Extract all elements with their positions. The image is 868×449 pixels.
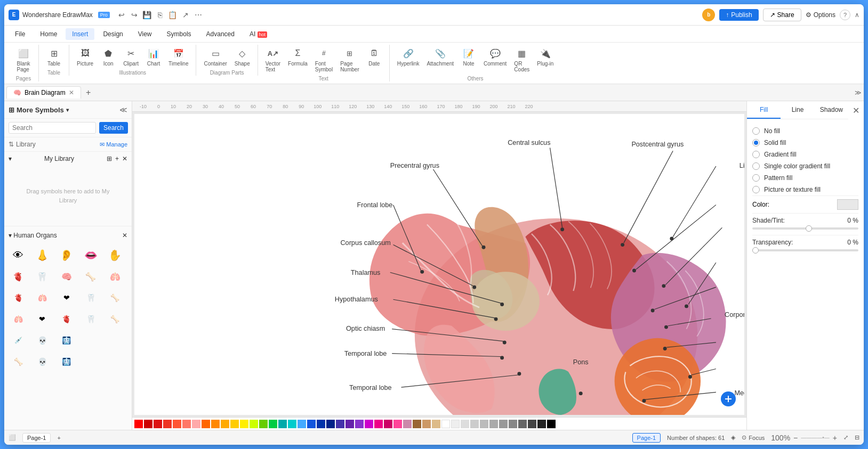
menu-design[interactable]: Design (97, 28, 129, 40)
page-tab-1[interactable]: Page-1 (22, 433, 51, 443)
color-swatch-darkblue[interactable] (317, 420, 325, 428)
color-swatch-lime[interactable] (250, 420, 258, 428)
symbol-organ3[interactable]: ❤ (57, 288, 76, 307)
symbol-body2[interactable]: 🦷 (33, 267, 52, 286)
zoom-in-button[interactable]: + (833, 434, 837, 442)
color-swatch-crimson[interactable] (154, 420, 162, 428)
color-swatch-teal[interactable] (278, 420, 287, 428)
fill-option-gradient[interactable]: Gradient fill (752, 149, 858, 160)
color-swatch-darkorange[interactable] (211, 420, 220, 428)
color-swatch-orange[interactable] (202, 420, 210, 428)
tab-shadow[interactable]: Shadow (815, 102, 848, 119)
color-swatch-navy[interactable] (326, 420, 335, 428)
share-icon-button[interactable]: ↗ (180, 10, 191, 20)
fill-option-texture[interactable]: Picture or texture fill (752, 184, 858, 195)
font-symbol-button[interactable]: # FontSymbol (312, 45, 336, 75)
menu-home[interactable]: Home (34, 28, 63, 40)
date-button[interactable]: 🗓 Date (364, 45, 385, 75)
color-swatch-gray40[interactable] (499, 420, 508, 428)
color-swatch-gray60[interactable] (480, 420, 488, 428)
symbol-organ1[interactable]: 🫀 (9, 288, 28, 307)
symbol-skel3[interactable]: 🩻 (57, 352, 76, 371)
tab-fill[interactable]: Fill (747, 102, 781, 119)
page-number-button[interactable]: ⊞ PageNumber (337, 45, 363, 75)
collapse-button[interactable]: ∧ (855, 11, 859, 19)
color-swatch-red[interactable] (134, 420, 143, 428)
blank-page-button[interactable]: ⬜ BlankPage (13, 45, 34, 75)
color-swatch-lightblue[interactable] (298, 420, 306, 428)
tab-brain-diagram[interactable]: 🧠 Brain Diagram ✕ (6, 86, 81, 99)
publish-button[interactable]: ↑ Publish (719, 9, 758, 21)
container-button[interactable]: ▭ Container (200, 45, 230, 69)
expand-button[interactable]: ⤢ (843, 434, 848, 441)
color-swatch-purple[interactable] (345, 420, 354, 428)
color-swatch-gray90[interactable] (451, 420, 460, 428)
my-library-close-icon[interactable]: ✕ (122, 155, 127, 162)
options-button[interactable]: ⚙ Options (806, 11, 835, 19)
color-swatch-gray30[interactable] (509, 420, 517, 428)
picture-button[interactable]: 🖼 Picture (74, 45, 97, 69)
symbol-body4[interactable]: 🦴 (81, 267, 100, 286)
fill-option-pattern[interactable]: Pattern fill (752, 172, 858, 184)
symbol-mouth[interactable]: 👄 (81, 246, 100, 265)
symbol-organ2[interactable]: 🫁 (33, 288, 52, 307)
color-swatch-white[interactable] (441, 420, 450, 428)
symbol-skull2[interactable]: 🩻 (57, 331, 76, 350)
copy-button[interactable]: ⎘ (155, 10, 165, 20)
color-swatch-gold[interactable] (240, 420, 248, 428)
symbol-skel1[interactable]: 🦴 (9, 352, 28, 371)
canvas-body[interactable]: Central sulcus Postcentral gyrus Precent… (134, 114, 744, 415)
color-swatch-violet[interactable] (355, 420, 364, 428)
add-tab-button[interactable]: + (82, 86, 95, 99)
help-button[interactable]: ? (840, 10, 850, 20)
color-swatch-tomato[interactable] (173, 420, 181, 428)
vector-text-button[interactable]: A↗ VectorText (262, 45, 284, 75)
grid-view-button[interactable]: ⊟ (855, 434, 859, 441)
symbol-eye[interactable]: 👁 (9, 246, 28, 265)
tab-expand-button[interactable]: ≫ (855, 89, 862, 96)
symbol-nose[interactable]: 👃 (33, 246, 52, 265)
symbol-skull1[interactable]: 💀 (33, 331, 52, 350)
color-swatch-yellow[interactable] (230, 420, 239, 428)
color-swatch-nearblack[interactable] (537, 420, 546, 428)
color-swatch-mauve[interactable] (403, 420, 412, 428)
color-swatch-indigo[interactable] (336, 420, 344, 428)
menu-file[interactable]: File (9, 28, 31, 40)
close-panel-button[interactable]: ✕ (848, 101, 864, 120)
navigate-button[interactable] (721, 391, 736, 406)
my-library-grid-icon[interactable]: ⊞ (107, 155, 112, 162)
color-swatch-gray20[interactable] (518, 420, 527, 428)
save-button[interactable]: 💾 (142, 10, 152, 20)
color-swatch-darkred[interactable] (144, 420, 152, 428)
color-swatch-lightpink[interactable] (192, 420, 200, 428)
menu-advanced[interactable]: Advanced (200, 28, 241, 40)
menu-ai[interactable]: AI hot (243, 28, 274, 40)
symbols-close-icon[interactable]: ✕ (122, 232, 127, 239)
symbol-organ6[interactable]: 🫁 (9, 309, 28, 329)
symbol-organ8[interactable]: 🫀 (57, 309, 76, 329)
symbol-body3[interactable]: 🧠 (57, 267, 76, 286)
my-library-add-icon[interactable]: + (115, 155, 119, 162)
clipart-button[interactable]: ✂ Clipart (120, 45, 142, 69)
tab-line[interactable]: Line (781, 102, 814, 119)
color-swatch-pink[interactable] (182, 420, 191, 428)
share-button[interactable]: ↗ Share (763, 9, 801, 21)
color-swatch-rose[interactable] (393, 420, 402, 428)
color-swatch-gray10[interactable] (528, 420, 536, 428)
chart-button[interactable]: 📊 Chart (143, 45, 164, 69)
sidebar-collapse-button[interactable]: ≪ (119, 105, 127, 114)
color-picker-swatch[interactable] (837, 199, 858, 210)
my-library-header[interactable]: ▾ My Library ⊞ + ✕ (4, 152, 132, 166)
shape-button[interactable]: ◇ Shape (231, 45, 253, 69)
color-swatch-brightgreen[interactable] (269, 420, 277, 428)
symbol-organ4[interactable]: 🦷 (81, 288, 100, 307)
search-button[interactable]: Search (99, 122, 128, 134)
color-swatch-amber[interactable] (221, 420, 229, 428)
color-swatch-green[interactable] (259, 420, 268, 428)
search-input[interactable] (9, 122, 96, 134)
color-swatch-sand[interactable] (432, 420, 440, 428)
qr-codes-button[interactable]: ▦ QRCodes (511, 45, 533, 75)
zoom-slider[interactable]: ————•— (801, 435, 830, 440)
plugin-button[interactable]: 🔌 Plug-in (534, 45, 557, 75)
focus-button[interactable]: ⊙ Focus (742, 434, 765, 441)
